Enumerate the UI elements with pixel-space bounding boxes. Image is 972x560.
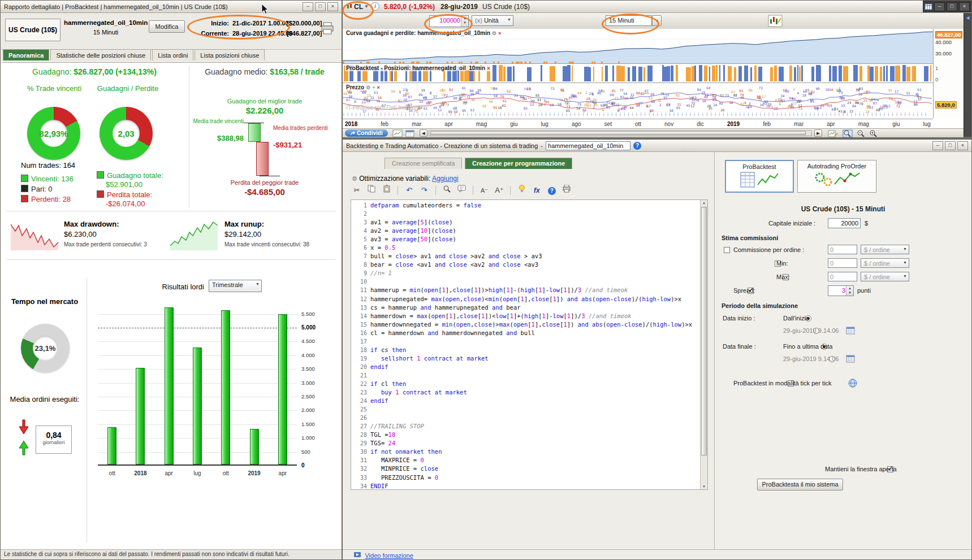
share-button[interactable]: Condividi — [345, 129, 388, 137]
workspace-grid-icon[interactable] — [925, 3, 932, 10]
close-pane-icon[interactable]: × — [498, 31, 501, 36]
period-select[interactable]: Trimestrale▼ — [209, 280, 262, 292]
close-button[interactable]: × — [959, 2, 970, 11]
maximize-button[interactable]: □ — [945, 141, 956, 150]
code-line[interactable]: //n= 1 — [370, 269, 699, 277]
help-icon[interactable]: ? — [633, 142, 641, 150]
collapse-panel-strip[interactable]: ◀ — [964, 13, 971, 137]
code-line[interactable]: MAXPRICE = 0 — [370, 456, 699, 465]
code-scrollbar-thumb[interactable] — [701, 207, 707, 455]
zoom-area-icon[interactable] — [843, 129, 853, 137]
timeframe-dropdown-button[interactable]: ▼ — [652, 15, 662, 26]
close-pane-icon[interactable]: × — [487, 66, 490, 71]
code-line[interactable]: defparam cumulateorders = false — [370, 201, 699, 210]
add-indicator-icon[interactable]: + — [372, 85, 375, 90]
code-line[interactable] — [370, 405, 699, 414]
font-increase-icon[interactable]: A⁺ — [493, 185, 506, 196]
code-line[interactable] — [370, 371, 699, 380]
code-line[interactable]: av2 = average[10](close) — [370, 227, 699, 235]
stepper-arrows-icon[interactable]: ▲▼ — [461, 16, 468, 27]
price-axis[interactable]: 46.827,00 40.000 30.000 1 0 5.820,0 — [933, 29, 965, 118]
close-button[interactable]: × — [957, 141, 968, 150]
code-line[interactable]: bull = close> av1 and close >av2 and clo… — [370, 252, 699, 261]
code-line[interactable]: TGS= 24 — [370, 439, 699, 448]
report-tab-2[interactable]: Lista ordini — [152, 49, 193, 60]
report-tab-0[interactable]: Panoramica — [3, 49, 49, 60]
timeframe-select[interactable]: 15 Minuti — [606, 15, 652, 26]
function-icon[interactable]: fx — [530, 185, 543, 196]
code-editor[interactable]: 1234567891011121314151617181920212223242… — [351, 199, 708, 490]
equity-pane[interactable]: Curva guadagni e perdite: hammernegated_… — [343, 29, 933, 64]
copy-icon[interactable] — [365, 185, 378, 196]
max-unit-select[interactable]: $ / ordine▼ — [861, 272, 909, 281]
undo-icon[interactable]: ↶ — [403, 185, 416, 196]
search-icon[interactable] — [440, 185, 453, 196]
code-line[interactable]: cs = hammerup and hammerupnegated and be… — [370, 303, 699, 312]
code-line[interactable]: x = 0.5 — [370, 244, 699, 252]
code-line[interactable] — [370, 277, 699, 286]
profit-chart-icon[interactable] — [392, 129, 403, 137]
code-line[interactable]: if cl then — [370, 380, 699, 388]
comment-icon[interactable] — [456, 185, 468, 196]
code-line[interactable]: //TRAILING STOP — [370, 422, 699, 431]
code-line[interactable]: hammerdown = max(open[1],close[1])<low[1… — [370, 312, 699, 320]
h-scrollbar-thumb[interactable] — [430, 131, 806, 135]
zoom-out-icon[interactable] — [856, 129, 866, 137]
chart-titlebar[interactable]: CL ▼ i 5.820,0 (-1,92%) 28-giu-2019 US C… — [343, 1, 971, 13]
code-line[interactable]: bear = close <av1 and close <av2 and clo… — [370, 261, 699, 269]
code-line[interactable] — [370, 210, 699, 218]
chevron-down-icon[interactable]: ▼ — [364, 4, 369, 9]
redo-icon[interactable]: ↷ — [418, 185, 430, 196]
zoom-in-icon[interactable] — [869, 129, 879, 137]
units-select[interactable]: (x) Unità ▼ — [472, 15, 513, 26]
system-name-input[interactable] — [546, 141, 630, 150]
code-scrollbar[interactable]: ▲ ▼ — [700, 200, 707, 489]
paste-icon[interactable] — [381, 185, 393, 196]
positions-pane[interactable]: ProBacktest - Posizioni: hammernegated_o… — [343, 64, 933, 83]
code-line[interactable]: TGL =18 — [370, 431, 699, 439]
modify-button[interactable]: Modifica — [149, 20, 185, 33]
scroll-right-button[interactable]: ▶ — [814, 129, 822, 137]
maximize-button[interactable]: □ — [947, 2, 957, 11]
code-lines[interactable]: defparam cumulateorders = false av1 = av… — [370, 201, 699, 490]
close-pane-icon[interactable]: × — [377, 85, 380, 90]
collapse-arrow-icon[interactable]: ◀ — [964, 15, 971, 20]
quantity-stepper[interactable]: 100000 ▲▼ — [429, 15, 469, 27]
commission-checkbox[interactable] — [724, 247, 730, 253]
min-input[interactable] — [828, 258, 857, 268]
chart-edit-icon[interactable] — [828, 129, 838, 137]
capital-input[interactable] — [828, 218, 861, 228]
font-decrease-icon[interactable]: A⁻ — [478, 185, 491, 196]
max-input[interactable] — [828, 272, 857, 281]
code-line[interactable]: if cs then — [370, 346, 699, 354]
wrench-icon[interactable]: ⚙ — [366, 85, 370, 90]
calendar-icon[interactable] — [846, 354, 855, 363]
stepper-arrows-icon[interactable]: ▲▼ — [846, 286, 853, 296]
code-line[interactable]: MINPRICE = close — [370, 465, 699, 473]
minimize-button[interactable]: – — [934, 2, 945, 11]
add-variable-link[interactable]: Aggiungi — [432, 175, 459, 183]
autotrading-proorder-button[interactable]: Autotrading ProOrder — [797, 160, 876, 193]
close-button[interactable]: × — [327, 2, 338, 11]
scroll-left-button[interactable]: ◀ — [420, 129, 427, 137]
minimize-button[interactable]: – — [303, 2, 313, 11]
info-icon[interactable]: i — [371, 2, 379, 11]
calendar-icon[interactable] — [405, 129, 415, 137]
code-line[interactable]: av3 = average[50](close) — [370, 235, 699, 244]
code-line[interactable]: buy 1 contract at market — [370, 388, 699, 397]
tab-simple-creation[interactable]: Creazione semplificata — [385, 158, 462, 169]
code-line[interactable]: endif — [370, 397, 699, 405]
commission-unit-select[interactable]: $ / ordine▼ — [861, 245, 909, 254]
code-line[interactable]: ENDIF — [370, 482, 699, 490]
probacktest-button[interactable]: ProBacktest — [725, 160, 794, 193]
code-line[interactable]: hammerupnegated= max(open,close)<min(ope… — [370, 295, 699, 303]
code-line[interactable]: if not onmarket then — [370, 448, 699, 456]
calendar-icon[interactable] — [846, 326, 855, 335]
report-titlebar[interactable]: Rapporto dettagliato | ProBacktest | ham… — [1, 1, 342, 13]
video-training-link[interactable]: Video formazione — [365, 552, 413, 559]
code-line[interactable] — [370, 337, 699, 346]
minimize-button[interactable]: – — [932, 141, 943, 150]
time-axis[interactable]: 2018febmaraprmaggiulugagosetottnovdic201… — [345, 119, 931, 128]
scroll-up-icon[interactable]: ▲ — [701, 200, 707, 206]
code-line[interactable]: av1 = average[5](close) — [370, 218, 699, 227]
